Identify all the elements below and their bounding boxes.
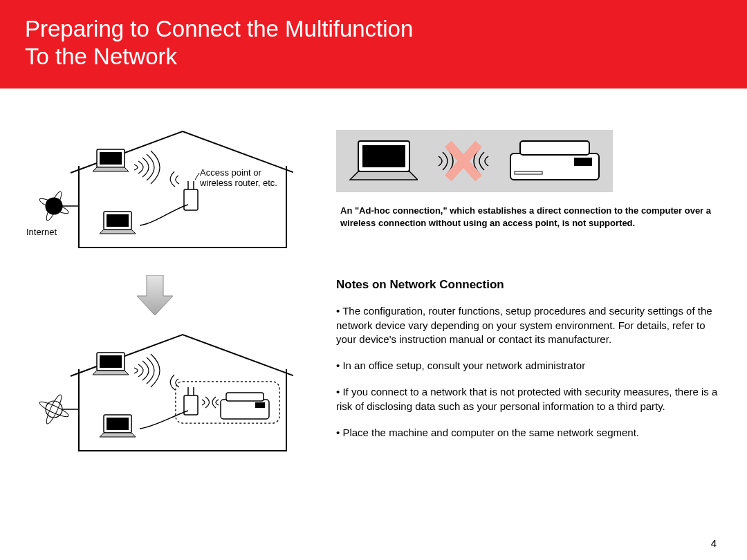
page-number: 4 (711, 537, 717, 549)
ap-label-line-2: wireless router, etc. (200, 178, 277, 188)
svg-rect-39 (510, 153, 599, 180)
adhoc-note-text: An "Ad-hoc connection," which establishe… (336, 205, 722, 230)
notes-list: The configuration, router functions, set… (336, 304, 722, 440)
adhoc-unsupported-diagram (336, 130, 613, 192)
svg-rect-29 (255, 402, 265, 408)
notes-heading: Notes on Network Connection (336, 278, 722, 292)
page-header: Preparing to Connect the Multifunction T… (0, 0, 747, 88)
internet-label: Internet (26, 227, 57, 237)
ap-label-line-1: Access point or (200, 167, 261, 178)
svg-marker-5 (100, 230, 136, 234)
svg-point-13 (46, 198, 62, 214)
house-top-svg (30, 130, 293, 254)
text-column: An "Ad-hoc connection," which establishe… (329, 130, 722, 458)
svg-rect-28 (226, 393, 264, 401)
page-title: Preparing to Connect the Multifunction T… (25, 15, 722, 70)
svg-rect-6 (184, 189, 198, 210)
diagram-column: Internet Access point or wireless router… (25, 130, 329, 458)
note-item: In an office setup, consult your network… (336, 359, 722, 373)
svg-marker-21 (100, 433, 136, 437)
svg-rect-41 (574, 158, 592, 166)
content-area: Internet Access point or wireless router… (0, 88, 747, 458)
note-item: If you connect to a network that is not … (336, 385, 722, 413)
note-item: The configuration, router functions, set… (336, 304, 722, 346)
blocked-wifi-icon (422, 138, 501, 184)
note-item: Place the machine and computer on the sa… (336, 426, 722, 440)
down-arrow-icon (136, 275, 174, 317)
access-point-label: Access point or wireless router, etc. (200, 168, 277, 189)
network-after-diagram (30, 333, 315, 458)
svg-rect-35 (362, 145, 405, 167)
laptop-icon (346, 138, 418, 184)
svg-marker-36 (350, 171, 418, 180)
svg-rect-20 (107, 418, 129, 430)
printer-icon (505, 138, 603, 184)
title-line-2: To the Network (25, 44, 177, 69)
svg-line-14 (195, 173, 199, 180)
title-line-1: Preparing to Connect the Multifunction (25, 16, 413, 41)
svg-marker-2 (93, 167, 129, 171)
svg-rect-1 (100, 152, 122, 165)
svg-rect-4 (107, 214, 129, 227)
house-bottom-svg (30, 333, 293, 458)
svg-rect-40 (520, 141, 589, 155)
network-before-diagram: Internet Access point or wireless router… (30, 130, 315, 254)
svg-marker-15 (137, 275, 173, 315)
svg-marker-18 (93, 371, 129, 375)
svg-rect-17 (100, 355, 122, 368)
